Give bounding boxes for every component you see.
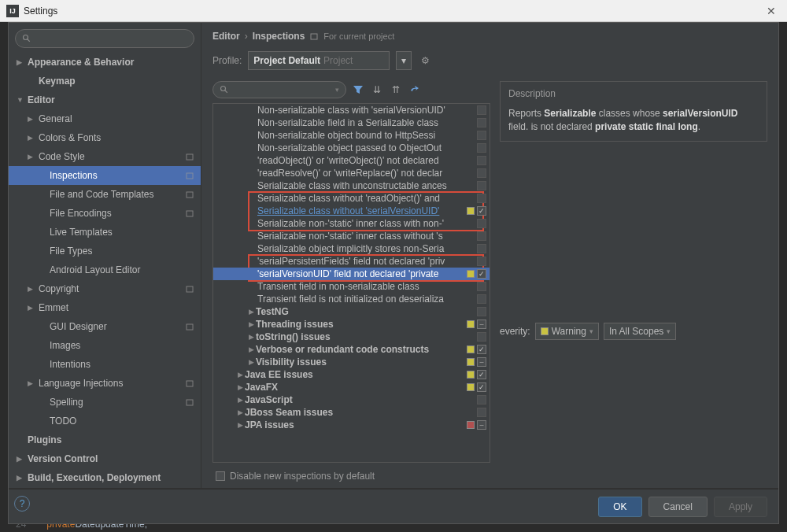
project-icon [185, 152, 194, 161]
nav-item[interactable]: ▶Build, Execution, Deployment [9, 468, 201, 487]
project-icon [185, 190, 194, 199]
svg-rect-8 [187, 381, 193, 386]
project-icon [309, 31, 319, 41]
inspection-item[interactable]: Serializable object implicitly stores no… [213, 242, 490, 255]
nav-item[interactable]: Keymap [9, 72, 201, 91]
inspection-item[interactable]: Serializable non-'static' inner class wi… [213, 217, 490, 230]
description-header: Description [508, 88, 759, 99]
nav-item[interactable]: File and Code Templates [9, 185, 201, 204]
settings-nav-panel: ▶Appearance & BehaviorKeymap▼Editor▶Gene… [9, 23, 201, 488]
reset-icon[interactable] [408, 83, 422, 97]
scope-combo[interactable]: In All Scopes ▾ [604, 323, 676, 340]
nav-item[interactable]: Intentions [9, 355, 201, 374]
svg-rect-3 [187, 173, 193, 179]
nav-item[interactable]: ▶General [9, 109, 201, 128]
inspection-item[interactable]: Transient field in non-serializable clas… [213, 280, 490, 293]
disable-new-inspections-checkbox[interactable] [216, 471, 225, 481]
nav-item[interactable]: ▶Appearance & Behavior [9, 53, 201, 72]
profile-combo[interactable]: Project Default Project [248, 51, 390, 70]
inspection-item[interactable]: Non-serializable class with 'serialVersi… [213, 104, 490, 116]
svg-rect-2 [187, 154, 193, 160]
inspection-item[interactable]: ▶toString() issues [213, 331, 490, 343]
nav-item[interactable]: ▶Language Injections [9, 374, 201, 393]
nav-item[interactable]: Inspections [9, 166, 201, 185]
search-icon [220, 85, 229, 94]
filter-icon[interactable] [351, 83, 365, 97]
window-title: Settings [24, 6, 762, 17]
settings-nav-tree[interactable]: ▶Appearance & BehaviorKeymap▼Editor▶Gene… [9, 53, 201, 488]
nav-item[interactable]: TODO [9, 412, 201, 430]
inspection-tree[interactable]: Non-serializable class with 'serialVersi… [212, 103, 490, 463]
collapse-all-icon[interactable]: ⇈ [389, 83, 403, 97]
svg-rect-5 [187, 211, 193, 216]
inspection-item[interactable]: Serializable class without 'readObject()… [213, 192, 490, 205]
inspection-item[interactable]: ▶Threading issues [213, 318, 490, 331]
svg-rect-7 [187, 324, 193, 330]
profile-dropdown-button[interactable]: ▾ [396, 51, 412, 70]
severity-row: everity: Warning ▾ In All Scopes ▾ [500, 323, 767, 340]
settings-search-input[interactable] [15, 29, 194, 48]
description-panel: Description Reports Serializable classes… [500, 81, 767, 485]
inspection-item[interactable]: ▶Visibility issues [213, 356, 490, 368]
svg-point-11 [221, 87, 226, 91]
nav-item[interactable]: Live Templates [9, 223, 201, 242]
nav-item[interactable]: File Types [9, 242, 201, 260]
inspection-item[interactable]: ▶Verbose or redundant code constructs [213, 343, 490, 356]
disable-new-inspections-row[interactable]: Disable new inspections by default [212, 467, 490, 485]
inspection-item[interactable]: Non-serializable object bound to HttpSes… [213, 129, 490, 142]
inspection-item[interactable]: Transient field is not initialized on de… [213, 293, 490, 305]
disable-new-inspections-label: Disable new inspections by default [230, 471, 375, 482]
nav-item[interactable]: Android Layout Editor [9, 260, 201, 279]
inspection-item[interactable]: ▶TestNG [213, 305, 490, 318]
inspection-item[interactable]: ▶JavaFX [213, 381, 490, 393]
cancel-button[interactable]: Cancel [648, 497, 708, 517]
project-icon [185, 322, 194, 331]
settings-dialog: ▶Appearance & BehaviorKeymap▼Editor▶Gene… [8, 22, 779, 524]
inspection-item[interactable]: 'serialPersistentFields' field not decla… [213, 255, 490, 268]
apply-button[interactable]: Apply [714, 497, 767, 517]
nav-item[interactable]: ▶Colors & Fonts [9, 128, 201, 147]
severity-combo[interactable]: Warning ▾ [535, 323, 599, 340]
inspection-item[interactable]: ▶JPA issues [213, 419, 490, 431]
svg-line-1 [28, 39, 30, 42]
search-icon [22, 34, 31, 43]
svg-rect-6 [187, 286, 193, 292]
nav-item[interactable]: ▶Copyright [9, 279, 201, 298]
inspection-item[interactable]: Non-serializable field in a Serializable… [213, 116, 490, 129]
inspection-item[interactable]: ▶JBoss Seam issues [213, 406, 490, 419]
ok-button[interactable]: OK [598, 497, 641, 517]
inspection-item[interactable]: 'readResolve()' or 'writeReplace()' not … [213, 167, 490, 179]
nav-item[interactable]: ▶Version Control [9, 449, 201, 468]
close-icon[interactable]: ✕ [762, 5, 781, 17]
profile-label: Profile: [212, 55, 242, 66]
settings-content-panel: Editor › Inspections For current project… [201, 23, 778, 488]
nav-item[interactable]: File Encodings [9, 204, 201, 223]
nav-item[interactable]: ▼Editor [9, 91, 201, 109]
description-body: Reports Serializable classes whose seria… [508, 107, 759, 135]
inspection-item[interactable]: 'readObject()' or 'writeObject()' not de… [213, 154, 490, 167]
svg-rect-4 [187, 192, 193, 198]
nav-item[interactable]: ▶Emmet [9, 298, 201, 317]
severity-label: everity: [500, 326, 530, 337]
project-icon [185, 171, 194, 180]
inspection-item[interactable]: 'serialVersionUID' field not declared 'p… [213, 268, 490, 280]
nav-item[interactable]: GUI Designer [9, 317, 201, 336]
dialog-button-bar: OK Cancel Apply [9, 489, 778, 523]
nav-item[interactable]: Plugins [9, 430, 201, 449]
svg-rect-10 [311, 34, 317, 39]
expand-all-icon[interactable]: ⇊ [370, 83, 384, 97]
inspection-item[interactable]: ▶JavaScript [213, 393, 490, 406]
inspection-item[interactable]: Serializable class without 'serialVersio… [213, 205, 490, 217]
help-button[interactable]: ? [14, 496, 30, 512]
inspection-toolbar: ▾ ⇊ ⇈ [212, 81, 490, 98]
nav-item[interactable]: Images [9, 336, 201, 355]
inspection-item[interactable]: Non-serializable object passed to Object… [213, 142, 490, 154]
inspection-item[interactable]: ▶Java EE issues [213, 368, 490, 381]
gear-icon[interactable]: ⚙ [418, 55, 433, 66]
project-icon [185, 209, 194, 218]
inspection-item[interactable]: Serializable class with unconstructable … [213, 179, 490, 192]
nav-item[interactable]: ▶Code Style [9, 147, 201, 166]
nav-item[interactable]: Spelling [9, 393, 201, 412]
inspection-search-input[interactable]: ▾ [212, 81, 346, 98]
inspection-item[interactable]: Serializable non-'static' inner class wi… [213, 230, 490, 242]
